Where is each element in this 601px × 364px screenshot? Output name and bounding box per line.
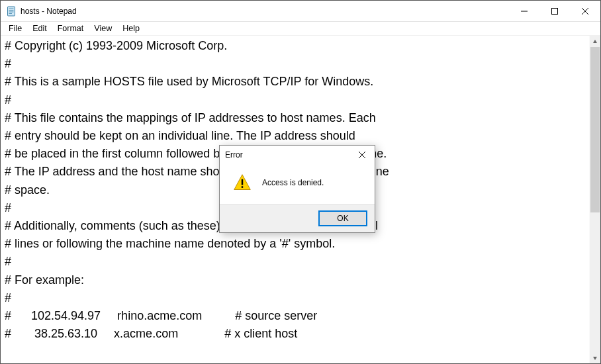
close-button[interactable]: [570, 1, 600, 21]
notepad-app-icon: [6, 6, 17, 17]
scroll-up-arrow-icon[interactable]: [590, 36, 600, 47]
dialog-footer: OK: [220, 204, 375, 232]
dialog-title-text: Error: [225, 150, 349, 159]
maximize-button[interactable]: [539, 1, 570, 21]
dialog-titlebar: Error: [220, 146, 375, 164]
vertical-scrollbar[interactable]: [589, 36, 600, 363]
svg-marker-10: [593, 357, 597, 360]
minimize-button[interactable]: [509, 1, 539, 21]
warning-icon: [233, 173, 252, 192]
menu-format[interactable]: Format: [52, 23, 89, 34]
titlebar: hosts - Notepad: [1, 1, 600, 22]
svg-rect-14: [242, 179, 243, 185]
error-dialog: Error Access is denied. OK: [219, 145, 375, 233]
svg-marker-9: [593, 40, 597, 43]
menu-view[interactable]: View: [89, 23, 117, 34]
dialog-message: Access is denied.: [262, 178, 324, 187]
close-icon: [359, 152, 365, 158]
svg-rect-15: [242, 186, 243, 188]
ok-button[interactable]: OK: [319, 211, 367, 226]
svg-rect-6: [552, 8, 558, 14]
svg-rect-0: [8, 7, 15, 16]
menu-file[interactable]: File: [3, 23, 27, 34]
scroll-thumb[interactable]: [590, 47, 600, 212]
menu-help[interactable]: Help: [117, 23, 145, 34]
scroll-down-arrow-icon[interactable]: [590, 352, 600, 363]
menu-edit[interactable]: Edit: [27, 23, 52, 34]
window-controls: [509, 1, 600, 21]
menubar: File Edit Format View Help: [1, 22, 600, 36]
dialog-close-button[interactable]: [349, 146, 375, 164]
window-title: hosts - Notepad: [21, 7, 77, 16]
dialog-body: Access is denied.: [220, 164, 375, 204]
